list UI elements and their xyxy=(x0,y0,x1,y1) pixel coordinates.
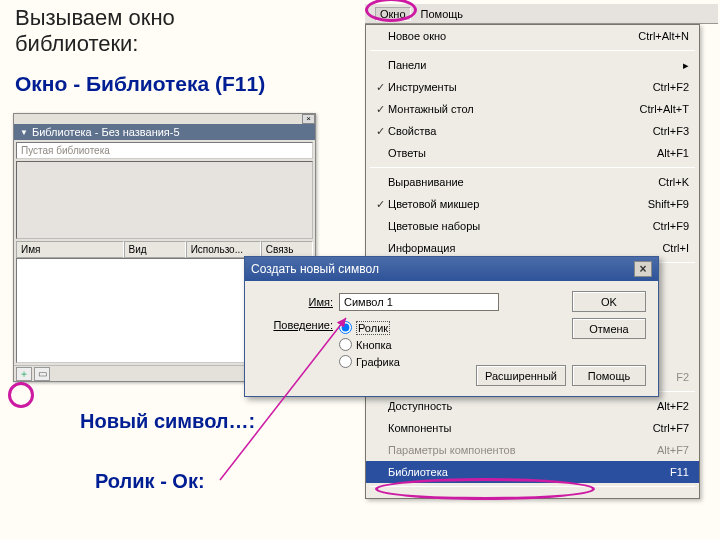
library-title-text: Библиотека - Без названия-5 xyxy=(32,126,180,138)
menu-window[interactable]: Окно xyxy=(375,7,411,21)
library-title[interactable]: ▼ Библиотека - Без названия-5 xyxy=(14,124,315,140)
new-symbol-dialog: Создать новый символ × Имя: Поведение: Р… xyxy=(244,256,659,397)
menu-item-panels[interactable]: Панели▸ xyxy=(366,54,699,76)
library-preview-area xyxy=(16,161,313,239)
radio-graphic[interactable]: Графика xyxy=(339,353,400,370)
instruction-line2: библиотеки: xyxy=(15,31,138,56)
radio-movie-input[interactable] xyxy=(339,321,352,334)
check-icon: ✓ xyxy=(372,81,388,94)
column-kind[interactable]: Вид xyxy=(124,241,186,258)
behavior-label: Поведение: xyxy=(257,319,339,331)
highlight-circle xyxy=(8,382,34,408)
symbol-name-input[interactable] xyxy=(339,293,499,311)
dialog-title: Создать новый символ xyxy=(251,262,379,276)
menu-item-answers[interactable]: ОтветыAlt+F1 xyxy=(366,142,699,164)
help-button[interactable]: Помощь xyxy=(572,365,646,386)
instruction-line1: Вызываем окно xyxy=(15,5,175,30)
menu-item-stage[interactable]: ✓Монтажный столCtrl+Alt+T xyxy=(366,98,699,120)
advanced-button[interactable]: Расширенный xyxy=(476,365,566,386)
chevron-right-icon: ▸ xyxy=(683,59,689,72)
menu-item-tools[interactable]: ✓ИнструментыCtrl+F2 xyxy=(366,76,699,98)
menu-separator xyxy=(370,486,695,487)
column-name[interactable]: Имя xyxy=(16,241,124,258)
dialog-titlebar[interactable]: Создать новый символ × xyxy=(245,257,658,281)
menu-separator xyxy=(370,167,695,168)
new-folder-button[interactable]: ▭ xyxy=(34,367,50,381)
name-label: Имя: xyxy=(257,296,339,308)
radio-button-input[interactable] xyxy=(339,338,352,351)
collapse-icon: ▼ xyxy=(20,128,28,137)
check-icon: ✓ xyxy=(372,103,388,116)
menu-item-components[interactable]: КомпонентыCtrl+F7 xyxy=(366,417,699,439)
instruction-rolik-ok: Ролик - Ок: xyxy=(95,470,205,493)
close-icon[interactable]: × xyxy=(302,114,315,124)
menubar: Окно Помощь xyxy=(365,4,718,24)
radio-graphic-input[interactable] xyxy=(339,355,352,368)
menu-item-accessibility[interactable]: ДоступностьAlt+F2 xyxy=(366,395,699,417)
instruction-new-symbol: Новый символ…: xyxy=(80,410,255,433)
cancel-button[interactable]: Отмена xyxy=(572,318,646,339)
check-icon: ✓ xyxy=(372,125,388,138)
check-icon: ✓ xyxy=(372,198,388,211)
menu-item-color-swatches[interactable]: Цветовые наборыCtrl+F9 xyxy=(366,215,699,237)
instruction-heading: Вызываем окно библиотеки: xyxy=(15,5,315,58)
instruction-path: Окно - Библиотека (F11) xyxy=(15,72,265,96)
library-status: Пустая библиотека xyxy=(16,142,313,159)
menu-item-color-mixer[interactable]: ✓Цветовой микшерShift+F9 xyxy=(366,193,699,215)
library-header-bar: × xyxy=(14,114,315,124)
radio-movie-clip[interactable]: Ролик xyxy=(339,319,400,336)
menu-help[interactable]: Помощь xyxy=(421,8,464,20)
menu-item-properties[interactable]: ✓СвойстваCtrl+F3 xyxy=(366,120,699,142)
radio-button[interactable]: Кнопка xyxy=(339,336,400,353)
menu-separator xyxy=(370,50,695,51)
menu-item-align[interactable]: ВыравниваниеCtrl+K xyxy=(366,171,699,193)
menu-item-component-params[interactable]: Параметры компонентовAlt+F7 xyxy=(366,439,699,461)
menu-item-new-window[interactable]: Новое окноCtrl+Alt+N xyxy=(366,25,699,47)
ok-button[interactable]: OK xyxy=(572,291,646,312)
new-symbol-button[interactable]: ＋ xyxy=(16,367,32,381)
menu-item-library[interactable]: БиблиотекаF11 xyxy=(366,461,699,483)
close-icon[interactable]: × xyxy=(634,261,652,277)
